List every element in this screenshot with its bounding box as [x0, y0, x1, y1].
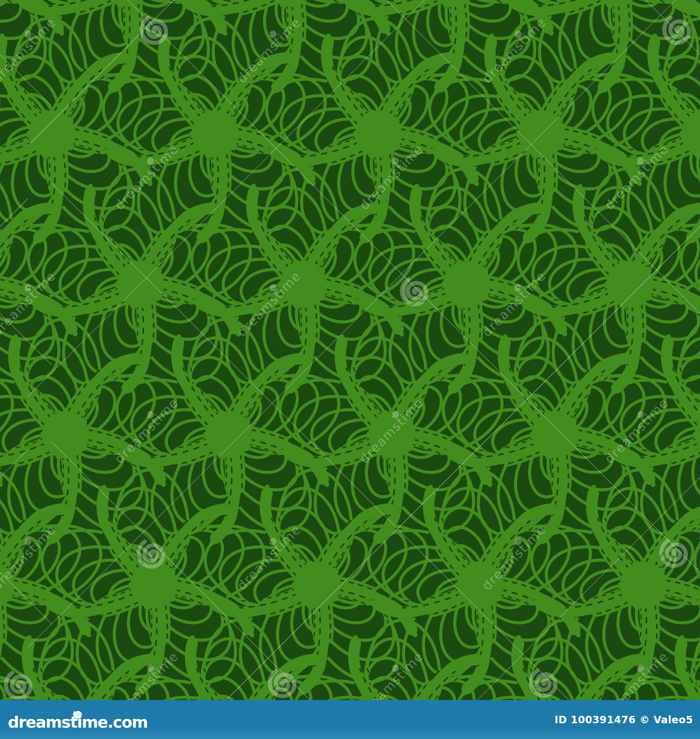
image-credit-text: ID 100391476 © Valeo5: [554, 714, 693, 725]
logo-spiral-icon: [72, 708, 84, 721]
dreamstime-logo-spiral-icon: [72, 708, 84, 722]
stock-image-preview: dreamstimedreamstimedreamstimedreamstime…: [0, 0, 700, 739]
pattern-background: [0, 0, 700, 700]
footer-bar: dreamstime.com ID 100391476 © Valeo5: [0, 700, 700, 739]
dreamstime-logo: dreamstime.com: [8, 714, 147, 731]
